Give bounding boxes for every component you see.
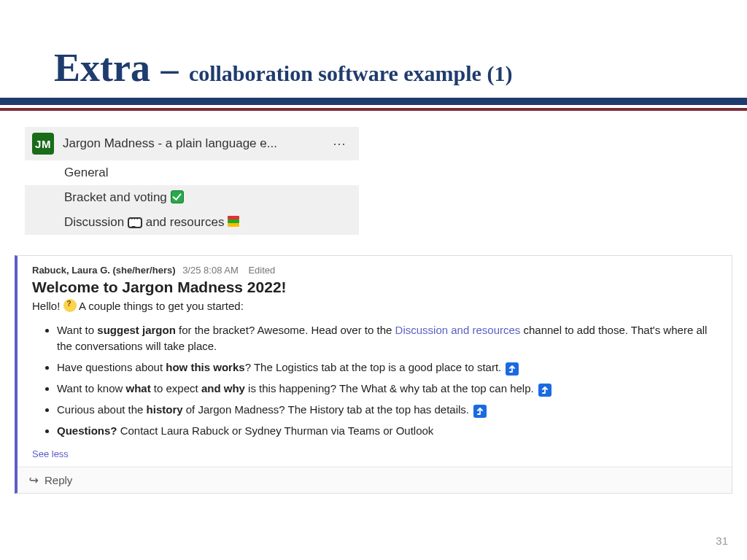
reply-arrow-icon: ↩	[29, 473, 39, 487]
message-timestamp: 3/25 8:08 AM	[182, 265, 239, 276]
discussion-resources-link[interactable]: Discussion and resources	[395, 324, 521, 336]
channel-discussion-resources[interactable]: Discussion and resources	[25, 210, 359, 235]
list-item: Want to suggest jargon for the bracket? …	[57, 322, 717, 354]
channel-general[interactable]: General	[25, 160, 359, 185]
slide-title: Extra – collaboration software example (…	[0, 0, 747, 90]
list-item: Have questions about how this works? The…	[57, 359, 717, 376]
up-arrow-icon	[506, 362, 519, 376]
title-word-extra: Extra	[54, 46, 150, 90]
more-options-icon[interactable]: ⋯	[328, 134, 352, 153]
message-intro: Hello! A couple things to get you starte…	[32, 299, 717, 312]
message-title: Welcome to Jargon Madness 2022!	[32, 279, 717, 296]
message-edited-label: Edited	[248, 265, 275, 276]
channel-bracket-voting[interactable]: Bracket and voting	[25, 185, 359, 210]
list-item: Curious about the history of Jargon Madn…	[57, 402, 717, 418]
channel-label: and resources	[146, 215, 225, 229]
see-less-link[interactable]: See less	[32, 448, 69, 459]
teams-message-card: Rabuck, Laura G. (she/her/hers) 3/25 8:0…	[15, 255, 732, 494]
message-author: Rabuck, Laura G. (she/her/hers)	[32, 265, 176, 276]
check-mark-icon	[171, 190, 184, 203]
books-icon	[228, 216, 239, 228]
message-bullet-list: Want to suggest jargon for the bracket? …	[57, 322, 717, 438]
teams-channel-panel: JM Jargon Madness - a plain language e..…	[25, 127, 359, 235]
title-subtitle: collaboration software example (1)	[189, 61, 513, 85]
up-arrow-icon	[473, 405, 487, 418]
title-underline	[0, 98, 747, 111]
channel-label: Bracket and voting	[64, 190, 167, 204]
speech-bubble-icon	[128, 217, 142, 228]
list-item: Questions? Contact Laura Rabuck or Sydne…	[57, 423, 717, 439]
thinking-face-icon	[63, 299, 77, 312]
reply-label: Reply	[44, 474, 72, 486]
page-number: 31	[716, 534, 728, 547]
title-dash: –	[160, 50, 178, 88]
channel-label: General	[64, 166, 108, 179]
team-avatar: JM	[32, 133, 54, 155]
team-header-row[interactable]: JM Jargon Madness - a plain language e..…	[25, 127, 359, 160]
message-meta: Rabuck, Laura G. (she/her/hers) 3/25 8:0…	[32, 265, 717, 276]
channel-label: Discussion	[64, 215, 124, 229]
reply-button[interactable]: ↩ Reply	[18, 467, 732, 493]
team-name-label: Jargon Madness - a plain language e...	[63, 136, 320, 151]
up-arrow-icon	[538, 384, 551, 397]
list-item: Want to know what to expect and why is t…	[57, 381, 717, 397]
